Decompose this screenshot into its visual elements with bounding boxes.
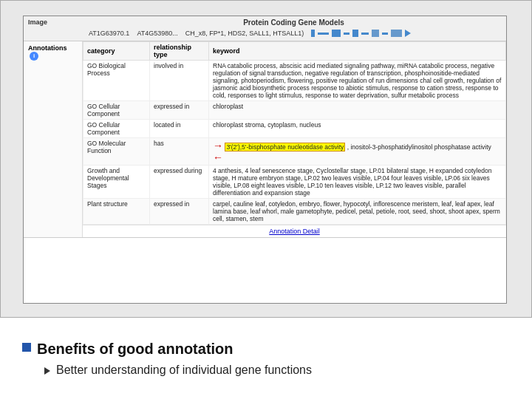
table-header: category relationship type keyword	[83, 42, 506, 61]
cell-keyword-highlight: → 3'(2'),5'-bisphosphate nucleotidase ac…	[209, 138, 506, 166]
table-row: GO Biological Process involved in RNA ca…	[83, 61, 506, 101]
annotations-section: Annotations i category relationship type…	[24, 41, 506, 238]
info-icon[interactable]: i	[30, 52, 38, 61]
table-row: GO Molecular Function has → 3'(2'),5'-bi…	[83, 138, 506, 166]
slide-container: Image Protein Coding Gene Models AT1G639…	[0, 0, 532, 399]
sub-bullet-container: Better understanding of individual gene …	[22, 364, 510, 377]
gene-model-title: Protein Coding Gene Models	[86, 18, 502, 27]
cell-keyword: carpel, cauline leaf, cotyledon, embryo,…	[209, 199, 506, 225]
main-bullet-text: Benefits of good annotation	[37, 341, 233, 358]
sub-bullet-text: Better understanding of individual gene …	[56, 364, 312, 377]
cell-relationship: expressed in	[150, 101, 209, 120]
slide-content: Image Protein Coding Gene Models AT1G639…	[0, 0, 532, 318]
keyword-after: , inositol-3-phosphatidylinositol phosph…	[347, 143, 491, 151]
table-row: GO Cellular Component expressed in chlor…	[83, 101, 506, 120]
cell-category: Growth and Developmental Stages	[83, 166, 150, 199]
annotation-detail-link[interactable]: Annotation Detail	[83, 225, 506, 237]
gene-id2: AT4G53980...	[137, 30, 177, 37]
cell-category: Plant structure	[83, 199, 150, 225]
cell-keyword: chloroplast	[209, 101, 506, 120]
main-bullet-container: Benefits of good annotation	[22, 341, 510, 358]
cell-category: GO Molecular Function	[83, 138, 150, 166]
bottom-section: Benefits of good annotation Better under…	[0, 318, 532, 399]
cell-keyword: 4 anthesis, 4 leaf senescence stage, Cyc…	[209, 166, 506, 199]
annotation-box: Image Protein Coding Gene Models AT1G639…	[23, 16, 507, 304]
arrow-icon-right: ←	[213, 151, 223, 163]
col-relationship: relationship type	[150, 42, 209, 61]
cell-category: GO Cellular Component	[83, 101, 150, 120]
gene-segments: CH_x8, FP*1, HDS2, SALL1, HTSALL1)	[185, 30, 304, 37]
annotations-label: Annotations i	[24, 41, 83, 237]
table-row: Plant structure expressed in carpel, cau…	[83, 199, 506, 225]
gene-id1: AT1G63970.1	[89, 30, 129, 37]
cell-relationship: expressed in	[150, 199, 209, 225]
table-row: GO Cellular Component located in chlorop…	[83, 120, 506, 138]
table-body: GO Biological Process involved in RNA ca…	[83, 61, 506, 225]
sub-bullet-arrow-icon	[44, 367, 50, 375]
cell-relationship: has	[150, 138, 209, 166]
col-keyword: keyword	[209, 42, 506, 61]
gene-model-row: AT1G63970.1 AT4G53980... CH_x8, FP*1, HD…	[86, 28, 502, 38]
cell-relationship: located in	[150, 120, 209, 138]
cell-category: GO Biological Process	[83, 61, 150, 101]
image-header: Image Protein Coding Gene Models AT1G639…	[24, 16, 506, 41]
cell-relationship: involved in	[150, 61, 209, 101]
image-label: Image	[28, 18, 80, 26]
table-row: Growth and Developmental Stages expresse…	[83, 166, 506, 199]
cell-relationship: expressed during	[150, 166, 209, 199]
cell-keyword: chloroplast stroma, cytoplasm, nucleus	[209, 120, 506, 138]
arrow-icon: →	[213, 140, 223, 151]
highlighted-keyword: 3'(2'),5'-bisphosphate nucleotidase acti…	[225, 143, 345, 151]
cell-keyword: RNA catabolic process, abscisic acid med…	[209, 61, 506, 101]
col-category: category	[83, 42, 150, 61]
gene-bar-visual	[311, 30, 499, 37]
cell-category: GO Cellular Component	[83, 120, 150, 138]
bullet-square-icon	[22, 343, 31, 352]
annotations-table: category relationship type keyword GO Bi…	[83, 41, 506, 225]
